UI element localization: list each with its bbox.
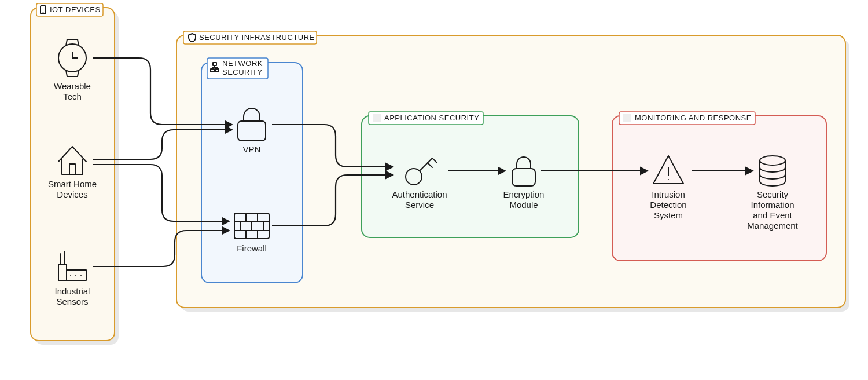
wearable-label-1: Wearable xyxy=(54,81,91,91)
ids-label-3: System xyxy=(654,210,683,220)
ids-label-1: Intrusion xyxy=(652,189,685,199)
svg-rect-19 xyxy=(612,116,826,261)
iot-group-label: IOT DEVICES xyxy=(50,5,101,14)
app-icon-placeholder xyxy=(373,114,381,122)
network-group-label-1: NETWORK xyxy=(222,59,263,68)
encryption-label-2: Module xyxy=(509,200,538,210)
smarthome-label-1: Smart Home xyxy=(48,179,97,189)
industrial-label-2: Sensors xyxy=(56,297,88,306)
application-security-group: APPLICATION SECURITY xyxy=(362,112,579,237)
encryption-label-1: Encryption xyxy=(503,189,545,199)
network-group-label-2: SECURITY xyxy=(222,68,263,76)
wearable-label-2: Tech xyxy=(63,92,82,101)
security-group-label: SECURITY INFRASTRUCTURE xyxy=(199,33,315,42)
monitoring-group: MONITORING AND RESPONSE xyxy=(612,112,826,261)
svg-rect-17 xyxy=(362,116,579,237)
app-group-label: APPLICATION SECURITY xyxy=(384,114,479,122)
auth-label-2: Service xyxy=(405,200,434,210)
industrial-label-1: Industrial xyxy=(55,286,90,296)
monitoring-icon-placeholder xyxy=(623,114,631,122)
smarthome-label-2: Devices xyxy=(57,189,87,199)
siem-label-4: Management xyxy=(747,221,798,231)
firewall-label: Firewall xyxy=(237,243,267,253)
siem-label-2: Information xyxy=(751,200,794,210)
siem-label-1: Security xyxy=(757,189,789,199)
monitoring-group-label: MONITORING AND RESPONSE xyxy=(635,114,752,122)
ids-label-2: Detection xyxy=(650,200,686,210)
vpn-label: VPN xyxy=(243,144,261,154)
auth-label-1: Authentication xyxy=(392,189,447,199)
siem-label-3: and Event xyxy=(753,210,792,220)
